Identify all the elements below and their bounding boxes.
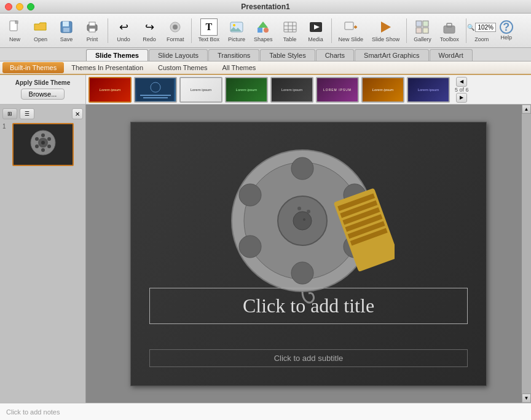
picture-button[interactable]: Picture: [224, 16, 249, 46]
maximize-button[interactable]: [27, 3, 34, 10]
tab-smartart-graphics[interactable]: SmartArt Graphics: [355, 49, 428, 61]
theme-nav: ◀ 5 of 6 ▶: [455, 77, 469, 103]
svg-point-45: [35, 145, 39, 148]
notes-placeholder: Click to add notes: [6, 408, 60, 416]
svg-point-52: [291, 262, 313, 284]
shapes-button[interactable]: Shapes: [250, 16, 277, 46]
open-button[interactable]: Open: [28, 16, 53, 46]
divider-4: [406, 18, 407, 43]
newslide-button[interactable]: New Slide: [335, 16, 368, 46]
subtitle-placeholder[interactable]: Click to add subtitle: [149, 349, 468, 367]
slideshow-button[interactable]: Slide Show: [368, 16, 403, 46]
list-view-button[interactable]: ☰: [20, 108, 34, 119]
theme-thumbnail-5[interactable]: Lorem ipsum: [270, 77, 313, 103]
tab-wordart[interactable]: WordArt: [430, 49, 473, 61]
divider-1: [108, 18, 108, 43]
scroll-down-button[interactable]: ▼: [522, 394, 531, 403]
slide-panel: ⊞ ☰ ✕ 1: [0, 105, 86, 403]
picture-icon: [228, 18, 245, 36]
window-title: Presentation1: [241, 2, 289, 11]
newslide-icon: [342, 18, 360, 36]
zoom-control[interactable]: 🔍 102% Zoom: [470, 16, 494, 46]
redo-label: Redo: [143, 36, 156, 42]
tab-slide-themes[interactable]: Slide Themes: [86, 49, 148, 61]
table-button[interactable]: Table: [278, 16, 302, 46]
theme-thumbnail-7[interactable]: Lorem ipsum: [361, 77, 404, 103]
open-icon: [32, 18, 49, 36]
cat-custom-themes[interactable]: Custom Themes: [151, 62, 215, 73]
shapes-label: Shapes: [254, 36, 273, 42]
divider-2: [191, 18, 192, 43]
toolbox-button[interactable]: Toolbox: [436, 16, 463, 46]
slide-canvas[interactable]: Click to add title Click to add subtitle: [130, 122, 487, 386]
open-label: Open: [34, 36, 47, 42]
svg-point-41: [41, 133, 45, 137]
svg-rect-23: [345, 22, 353, 30]
redo-icon: ↪: [141, 18, 158, 36]
slideshow-label: Slide Show: [372, 36, 399, 42]
film-reel-graphic: [222, 135, 395, 307]
slide-1-thumbnail[interactable]: 1: [2, 123, 83, 166]
theme-thumbnail-4[interactable]: Lorem ipsum: [225, 77, 268, 103]
save-icon: [58, 18, 75, 36]
media-button[interactable]: Media: [304, 16, 328, 46]
print-button[interactable]: Print: [80, 16, 104, 46]
theme-thumbnail-3[interactable]: Lorem ipsum: [179, 77, 222, 103]
slide-thumb-1[interactable]: [12, 123, 74, 166]
tab-slide-layouts[interactable]: Slide Layouts: [149, 49, 208, 61]
close-button[interactable]: [5, 3, 12, 10]
ribbon-tabs: Slide Themes Slide Layouts Transitions T…: [0, 48, 531, 61]
main-area: ⊞ ☰ ✕ 1: [0, 105, 531, 403]
print-icon: [84, 18, 101, 36]
cat-themes-in-presentation[interactable]: Themes In Presentation: [64, 62, 151, 73]
theme-thumbnail-1[interactable]: Lorem ipsum: [88, 77, 132, 103]
redo-button[interactable]: ↪ Redo: [137, 16, 162, 46]
theme-thumbnail-2[interactable]: [134, 77, 177, 103]
gallery-button[interactable]: Gallery: [410, 16, 435, 46]
svg-rect-35: [140, 95, 171, 96]
scroll-up-button[interactable]: ▲: [522, 105, 531, 114]
cat-all-themes[interactable]: All Themes: [215, 62, 264, 73]
svg-point-14: [264, 28, 269, 33]
minimize-button[interactable]: [16, 3, 23, 10]
title-text: Click to add title: [243, 295, 374, 317]
grid-view-button[interactable]: ⊞: [2, 108, 17, 119]
help-button[interactable]: ? Help: [495, 16, 517, 46]
media-icon: [307, 18, 324, 36]
apply-theme-panel: Apply Slide Theme Browse...: [0, 75, 86, 104]
theme-nav-label: 5 of 6: [455, 87, 469, 93]
slide-panel-toolbar: ⊞ ☰ ✕: [2, 107, 83, 121]
cat-built-in-themes[interactable]: Built-in Themes: [2, 62, 64, 73]
new-button[interactable]: New: [2, 16, 27, 46]
undo-button[interactable]: ↩ Undo: [111, 16, 136, 46]
svg-rect-36: [143, 97, 168, 98]
newslide-label: New Slide: [339, 36, 364, 42]
theme-prev-button[interactable]: ◀: [456, 77, 467, 87]
tab-transitions[interactable]: Transitions: [208, 49, 259, 61]
save-button[interactable]: Save: [54, 16, 79, 46]
help-icon: ?: [500, 20, 513, 34]
textbox-button[interactable]: T Text Box: [195, 16, 224, 46]
format-label: Format: [167, 36, 184, 42]
svg-rect-27: [416, 21, 422, 26]
tab-charts[interactable]: Charts: [316, 49, 354, 61]
gallery-icon: [414, 18, 431, 36]
textbox-icon: T: [200, 18, 218, 36]
svg-point-46: [35, 137, 39, 141]
divider-5: [466, 18, 466, 43]
browse-button[interactable]: Browse...: [21, 89, 65, 100]
svg-point-55: [239, 236, 261, 258]
tab-table-styles[interactable]: Table Styles: [260, 49, 315, 61]
svg-point-43: [47, 145, 51, 148]
notes-area[interactable]: Click to add notes: [0, 403, 531, 420]
title-placeholder[interactable]: Click to add title: [149, 288, 468, 324]
svg-rect-4: [63, 22, 69, 26]
save-label: Save: [60, 36, 73, 42]
svg-point-12: [233, 24, 235, 26]
theme-thumbnail-8[interactable]: Lorem ipsum: [407, 77, 450, 103]
theme-thumbnail-6[interactable]: LOREM IPSUM: [316, 77, 359, 103]
panel-close-button[interactable]: ✕: [72, 108, 83, 119]
vertical-scrollbar[interactable]: ▲ ▼: [522, 105, 531, 403]
format-button[interactable]: Format: [163, 16, 188, 46]
theme-next-button[interactable]: ▶: [456, 93, 467, 103]
